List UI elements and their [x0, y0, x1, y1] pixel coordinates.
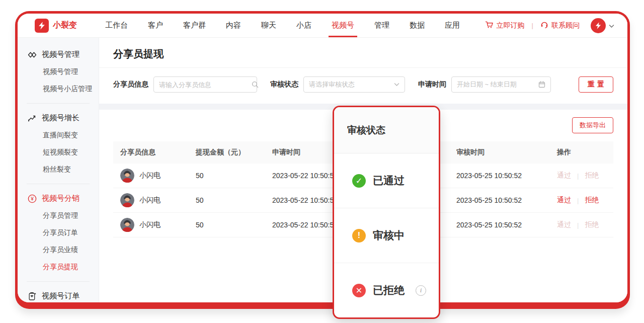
page-title: 分享员提现 — [113, 47, 613, 61]
red-frame: 小裂变 工作台 客户 客户群 内容 聊天 小店 视频号 管理 数据 应用 — [15, 11, 630, 309]
apply-time-placeholder: 开始日期 ~ 结束日期 — [457, 80, 534, 89]
nav-item-customers[interactable]: 客户 — [138, 14, 173, 37]
filter-review-status: 审核状态 请选择审核状态 — [270, 76, 405, 93]
review-status-placeholder: 请选择审核状态 — [309, 80, 390, 89]
nav-item-customer-groups[interactable]: 客户群 — [173, 14, 216, 37]
action-separator: | — [577, 172, 579, 180]
popup-title: 审核状态 — [334, 107, 439, 153]
main-nav: 工作台 客户 客户群 内容 聊天 小店 视频号 管理 数据 应用 — [95, 14, 470, 37]
sidebar-group-channels-mgmt[interactable]: 视频号管理 — [18, 46, 99, 63]
filter-apply-time: 申请时间 开始日期 ~ 结束日期 — [418, 76, 551, 93]
sidebar-group-channels-distribution[interactable]: ¥ 视频号分销 — [18, 190, 99, 207]
sharer-info-field — [153, 76, 257, 93]
review-time: 2023-05-25 10:50:52 — [449, 221, 550, 229]
sidebar-item-fans-fission[interactable]: 粉丝裂变 — [18, 161, 99, 178]
account-avatar — [591, 18, 606, 33]
nav-right-actions: 立即订购 | 联系顾问 — [485, 18, 614, 33]
sidebar-item-sharer-withdrawal[interactable]: 分享员提现 — [18, 259, 99, 276]
search-icon[interactable] — [252, 81, 259, 88]
order-icon — [28, 292, 37, 301]
sidebar-item-live-fission[interactable]: 直播间裂变 — [18, 127, 99, 144]
nav-separator: | — [532, 22, 533, 29]
brand-name: 小裂变 — [53, 20, 77, 31]
account-menu[interactable] — [591, 18, 614, 33]
action-separator: | — [577, 197, 579, 204]
info-icon[interactable]: i — [416, 285, 426, 296]
nav-item-apps[interactable]: 应用 — [435, 14, 470, 37]
review-status-popup: 审核状态 ✓ 已通过 ! 审核中 ✕ 已拒绝 i — [333, 106, 440, 319]
reset-button[interactable]: 重置 — [579, 76, 613, 93]
calendar-icon — [538, 81, 545, 88]
chevron-down-icon — [609, 21, 614, 30]
nav-item-workbench[interactable]: 工作台 — [95, 14, 138, 37]
close-circle-icon: ✕ — [352, 284, 366, 297]
sharer-avatar — [120, 169, 134, 183]
data-export-button[interactable]: 数据导出 — [572, 117, 613, 133]
nav-item-management[interactable]: 管理 — [364, 14, 399, 37]
screenshot-root: 小裂变 工作台 客户 客户群 内容 聊天 小店 视频号 管理 数据 应用 — [0, 0, 644, 323]
filter-bar: 分享员信息 审核状态 请选择审核状态 — [99, 68, 627, 104]
action-separator: | — [577, 221, 579, 229]
channels-icon — [28, 50, 37, 59]
apply-time-range-picker[interactable]: 开始日期 ~ 结束日期 — [451, 76, 551, 93]
sidebar-divider — [27, 184, 90, 184]
sidebar: 视频号管理 视频号管理 视频号小店管理 视频号增长 直播间裂变 短视频裂变 粉丝… — [18, 38, 99, 302]
check-circle-icon: ✓ — [352, 174, 366, 188]
sidebar-item-sharer-orders[interactable]: 分享员订单 — [18, 224, 99, 241]
warning-circle-icon: ! — [352, 229, 366, 243]
window-body: 视频号管理 视频号管理 视频号小店管理 视频号增长 直播间裂变 短视频裂变 粉丝… — [18, 38, 627, 302]
nav-item-content[interactable]: 内容 — [216, 14, 251, 37]
sidebar-group-channels-growth[interactable]: 视频号增长 — [18, 109, 99, 127]
sharer-name: 小闪电 — [139, 171, 160, 180]
review-status-select[interactable]: 请选择审核状态 — [303, 76, 405, 93]
sidebar-divider — [27, 103, 90, 104]
contact-advisor-link[interactable]: 联系顾问 — [540, 21, 580, 30]
pass-action: 通过 — [557, 171, 571, 180]
svg-text:¥: ¥ — [30, 196, 34, 201]
status-option-passed[interactable]: ✓ 已通过 — [334, 153, 439, 208]
withdraw-amount: 50 — [189, 196, 265, 204]
review-status-label: 审核状态 — [270, 80, 298, 89]
reject-action: 拒绝 — [585, 171, 599, 180]
headset-icon — [540, 21, 548, 30]
col-actions: 操作 — [550, 148, 613, 157]
nav-item-chat[interactable]: 聊天 — [251, 14, 286, 37]
withdraw-amount: 50 — [189, 172, 265, 180]
review-time: 2023-05-25 10:50:52 — [449, 196, 550, 204]
review-time: 2023-05-25 10:50:52 — [449, 172, 550, 180]
brand-logo[interactable]: 小裂变 — [35, 19, 77, 33]
reject-action: 拒绝 — [585, 220, 599, 229]
lightning-logo-icon — [35, 19, 49, 33]
growth-icon — [28, 114, 37, 123]
pass-action: 通过 — [557, 220, 571, 229]
status-option-in-review[interactable]: ! 审核中 — [334, 208, 439, 263]
apply-time-label: 申请时间 — [418, 80, 446, 89]
sidebar-item-channel-shop-mgmt[interactable]: 视频号小店管理 — [18, 80, 99, 98]
nav-item-video-channels[interactable]: 视频号 — [321, 14, 364, 37]
nav-item-shop[interactable]: 小店 — [286, 14, 321, 37]
col-sharer-info: 分享员信息 — [113, 148, 189, 157]
pass-action[interactable]: 通过 — [557, 196, 571, 205]
sidebar-item-short-video-fission[interactable]: 短视频裂变 — [18, 144, 99, 161]
sharer-info-input[interactable] — [159, 81, 248, 89]
reject-action[interactable]: 拒绝 — [585, 196, 599, 205]
top-nav: 小裂变 工作台 客户 客户群 内容 聊天 小店 视频号 管理 数据 应用 — [18, 14, 627, 38]
sidebar-item-channels-mgmt[interactable]: 视频号管理 — [18, 63, 99, 80]
status-option-rejected[interactable]: ✕ 已拒绝 i — [334, 263, 439, 317]
sidebar-group-channel-orders[interactable]: 视频号订单 — [18, 287, 99, 302]
sharer-info-label: 分享员信息 — [113, 80, 148, 89]
sidebar-item-sharer-mgmt[interactable]: 分享员管理 — [18, 207, 99, 224]
nav-item-data[interactable]: 数据 — [399, 14, 435, 37]
sidebar-item-sharer-performance[interactable]: 分享员业绩 — [18, 241, 99, 259]
sharer-name: 小闪电 — [139, 220, 160, 229]
page-header: 分享员提现 — [99, 38, 627, 68]
app-window: 小裂变 工作台 客户 客户群 内容 聊天 小店 视频号 管理 数据 应用 — [18, 14, 627, 302]
cart-icon — [485, 21, 494, 30]
col-amount: 提现金额（元） — [189, 148, 265, 157]
yuan-circle-icon: ¥ — [28, 194, 37, 203]
order-now-link[interactable]: 立即订购 — [485, 21, 525, 30]
filter-sharer-info: 分享员信息 — [113, 76, 257, 93]
col-review-time: 审核时间 — [449, 148, 550, 157]
withdraw-amount: 50 — [189, 221, 265, 229]
sharer-name: 小闪电 — [139, 196, 160, 205]
